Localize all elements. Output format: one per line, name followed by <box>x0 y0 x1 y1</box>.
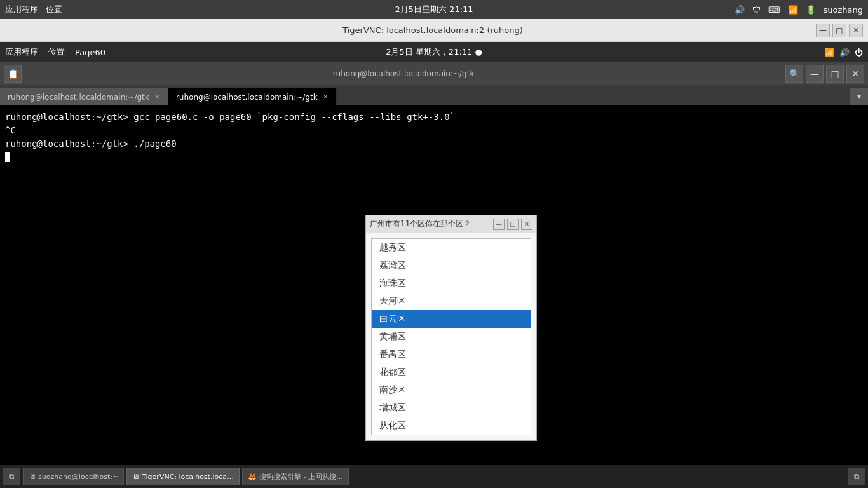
vnc-maximize-button[interactable]: □ <box>832 24 846 37</box>
volume-icon[interactable]: 🔊 <box>735 5 745 15</box>
host-taskbar: ⧉ 🖥 suozhang@localhost:~ 🖥 TigerVNC: loc… <box>0 465 868 488</box>
terminal-win-max-button[interactable]: □ <box>826 65 844 83</box>
gtk-list-item[interactable]: 番禺区 <box>372 346 531 363</box>
terminal-new-tab-button[interactable]: 📋 <box>4 65 22 83</box>
terminal-cursor-line <box>5 151 863 164</box>
gtk-close-button[interactable]: ✕ <box>521 219 532 230</box>
host-vnc-icon: 🖥 <box>132 473 139 481</box>
host-terminal-label: suozhang@localhost:~ <box>38 473 118 481</box>
gtk-list-item[interactable]: 海珠区 <box>372 274 531 292</box>
gtk-list-item[interactable]: 黄埔区 <box>372 328 531 346</box>
vnc-window-controls: — □ ✕ <box>816 24 863 37</box>
search-button[interactable]: 🔍 <box>785 65 803 83</box>
gtk-dialog-controls: — □ ✕ <box>493 219 532 230</box>
gtk-dialog: 广州市有11个区你在那个区？ — □ ✕ 越秀区荔湾区海珠区天河区白云区黄埔区番… <box>365 215 537 441</box>
vnc-titlebar: TigerVNC: localhost.localdomain:2 (ruhon… <box>0 19 868 42</box>
terminal-tab-2[interactable]: ruhong@localhost.localdomain:~/gtk ✕ <box>168 88 337 105</box>
inner-topbar: 应用程序 位置 Page60 2月5日 星期六，21:11 ● 📶 🔊 ⏻ <box>0 42 868 62</box>
terminal-line-3: ruhong@localhost:~/gtk> ./page60 <box>5 137 863 151</box>
inner-wifi-icon: 📶 <box>824 48 834 57</box>
system-datetime: 2月5日星期六 21:11 <box>395 4 473 15</box>
gtk-list-item[interactable]: 花都区 <box>372 363 531 381</box>
gtk-dialog-title: 广州市有11个区你在那个区？ <box>370 219 471 229</box>
inner-datetime: 2月5日 星期六，21:11 ● <box>386 46 482 58</box>
host-taskbar-item-browser[interactable]: 🦊 搜狗搜索引擎 - 上网从搜… <box>242 468 349 485</box>
inner-topbar-left: 应用程序 位置 Page60 <box>5 46 105 58</box>
gtk-list-item[interactable]: 增城区 <box>372 399 531 417</box>
gtk-minimize-button[interactable]: — <box>493 219 505 230</box>
inner-power-icon[interactable]: ⏻ <box>855 48 863 57</box>
inner-topbar-right: 📶 🔊 ⏻ <box>824 48 863 57</box>
system-apps-label[interactable]: 应用程序 <box>5 4 38 15</box>
host-taskbar-item-terminal[interactable]: 🖥 suozhang@localhost:~ <box>23 468 124 485</box>
gtk-list-item[interactable]: 荔湾区 <box>372 257 531 274</box>
gtk-list-item[interactable]: 白云区 <box>372 310 531 328</box>
terminal-tab-1-label: ruhong@localhost.localdomain:~/gtk <box>8 93 149 102</box>
terminal-toolbar: 📋 ruhong@localhost.localdomain:~/gtk 🔍 —… <box>0 62 868 85</box>
terminal-search-area: 🔍 — □ ✕ <box>785 65 864 83</box>
terminal-line-2: ^C <box>5 124 863 137</box>
terminal-win-min-button[interactable]: — <box>806 65 824 83</box>
gtk-dialog-titlebar: 广州市有11个区你在那个区？ — □ ✕ <box>366 215 536 233</box>
username-label: suozhang <box>824 5 864 15</box>
terminal-tab-2-close[interactable]: ✕ <box>323 93 329 101</box>
terminal-line-1: ruhong@localhost:~/gtk> gcc page60.c -o … <box>5 111 863 124</box>
system-topbar-right: 🔊 🛡 ⌨ 📶 🔋 suozhang <box>732 5 863 15</box>
battery-icon: 🔋 <box>806 5 816 15</box>
vnc-close-button[interactable]: ✕ <box>849 24 863 37</box>
terminal-tab-1[interactable]: ruhong@localhost.localdomain:~/gtk ✕ <box>0 88 168 105</box>
keyboard-icon: ⌨ <box>768 5 780 15</box>
terminal-title: ruhong@localhost.localdomain:~/gtk <box>24 69 783 78</box>
system-topbar-left: 应用程序 位置 <box>5 4 62 15</box>
terminal-tabs: ruhong@localhost.localdomain:~/gtk ✕ ruh… <box>0 85 868 105</box>
host-vnc-label: TigerVNC: localhost.loca… <box>142 473 234 481</box>
host-show-desktop-button[interactable]: ⧉ <box>3 468 20 485</box>
gtk-dialog-content: 越秀区荔湾区海珠区天河区白云区黄埔区番禺区花都区南沙区增城区从化区 <box>366 233 536 440</box>
terminal-tab-2-label: ruhong@localhost.localdomain:~/gtk <box>176 93 318 102</box>
vnc-minimize-button[interactable]: — <box>816 24 830 37</box>
gtk-list-item[interactable]: 越秀区 <box>372 239 531 257</box>
inner-volume-icon[interactable]: 🔊 <box>839 48 850 57</box>
gtk-maximize-button[interactable]: □ <box>507 219 519 230</box>
gtk-list-item[interactable]: 从化区 <box>372 417 531 435</box>
security-icon: 🛡 <box>752 5 761 15</box>
vnc-title: TigerVNC: localhost.localdomain:2 (ruhon… <box>50 25 816 35</box>
host-taskbar-restore-button[interactable]: ⧉ <box>848 468 865 485</box>
system-topbar: 应用程序 位置 2月5日星期六 21:11 🔊 🛡 ⌨ 📶 🔋 suozhang <box>0 0 868 19</box>
cursor <box>5 152 10 162</box>
host-browser-icon: 🦊 <box>248 473 257 481</box>
gtk-listbox[interactable]: 越秀区荔湾区海珠区天河区白云区黄埔区番禺区花都区南沙区增城区从化区 <box>371 238 531 435</box>
host-terminal-icon: 🖥 <box>29 473 36 481</box>
terminal-tab-dropdown[interactable]: ▾ <box>850 88 868 105</box>
inner-page60-menu[interactable]: Page60 <box>75 48 105 57</box>
gtk-list-item[interactable]: 南沙区 <box>372 381 531 399</box>
gtk-list-item[interactable]: 天河区 <box>372 292 531 310</box>
host-browser-label: 搜狗搜索引擎 - 上网从搜… <box>259 472 343 482</box>
inner-places-menu[interactable]: 位置 <box>48 46 65 58</box>
terminal-win-close-button[interactable]: ✕ <box>846 65 864 83</box>
system-loc-label[interactable]: 位置 <box>46 4 62 15</box>
host-taskbar-item-vnc[interactable]: 🖥 TigerVNC: localhost.loca… <box>126 468 240 485</box>
inner-apps-menu[interactable]: 应用程序 <box>5 46 38 58</box>
terminal-container: 📋 ruhong@localhost.localdomain:~/gtk 🔍 —… <box>0 62 868 465</box>
network-icon: 📶 <box>788 5 798 15</box>
new-tab-icon: 📋 <box>8 69 18 79</box>
vnc-window: TigerVNC: localhost.localdomain:2 (ruhon… <box>0 19 868 488</box>
terminal-tab-1-close[interactable]: ✕ <box>154 93 160 101</box>
